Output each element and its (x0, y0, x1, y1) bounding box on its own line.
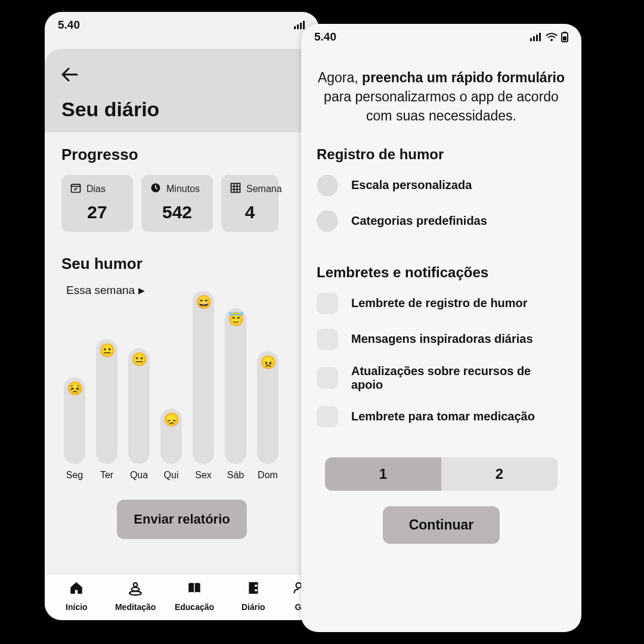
range-selector[interactable]: Essa semana ▶ (66, 284, 302, 297)
stat-card-minutes[interactable]: Minutos 542 (141, 175, 213, 232)
status-bar: 5.40 (45, 12, 319, 38)
nav-meditation[interactable]: Meditação (111, 580, 160, 612)
calendar-icon (70, 182, 82, 196)
diary-header: Seu diário (45, 49, 319, 132)
onboarding-content: Agora, preencha um rápido formulário par… (301, 50, 581, 632)
chart-bar[interactable]: 😄Sex (191, 291, 215, 481)
stat-card-weeks[interactable]: Semana 4 (221, 175, 278, 232)
signal-icon (294, 21, 306, 29)
progress-cards: Dias 27 Minutos 542 Semana (61, 175, 302, 232)
svg-rect-20 (564, 32, 566, 33)
checkbox-icon (317, 329, 338, 350)
nav-label: Meditação (115, 602, 156, 612)
mood-face-icon: 😐 (99, 343, 115, 358)
stat-value: 542 (150, 202, 205, 222)
chart-bar[interactable]: 😐Ter (95, 339, 119, 481)
status-time: 5.40 (58, 18, 80, 32)
check-medication-reminder[interactable]: Lembrete para tomar medicação (317, 406, 566, 428)
grid-icon (230, 182, 242, 196)
mood-face-icon: 😞 (163, 412, 179, 428)
pager-step-1[interactable]: 1 (325, 457, 441, 491)
chart-x-label: Sex (195, 470, 212, 481)
meditation-icon (111, 580, 160, 600)
bottom-nav: Início Meditação Educação Diário Gr (45, 574, 319, 620)
chevron-right-icon: ▶ (138, 286, 145, 295)
nav-home[interactable]: Início (52, 580, 101, 612)
status-icons (294, 21, 306, 29)
svg-point-9 (134, 583, 138, 587)
checkbox-icon (317, 293, 338, 314)
radio-icon (317, 210, 338, 232)
option-label: Lembrete de registro de humor (351, 296, 528, 310)
stat-card-days[interactable]: Dias 27 (61, 175, 133, 232)
option-label: Categorias predefinidas (351, 214, 487, 228)
option-label: Mensagens inspiradoras diárias (351, 332, 533, 346)
radio-custom-scale[interactable]: Escala personalizada (317, 175, 566, 196)
continue-button[interactable]: Continuar (383, 506, 500, 544)
nav-diary[interactable]: Diário (229, 580, 278, 612)
chart-bar[interactable]: 😣Seg (63, 377, 86, 481)
chart-x-label: Ter (100, 470, 113, 481)
svg-rect-14 (530, 38, 532, 41)
chart-bar[interactable]: 😇Sáb (224, 308, 247, 481)
svg-rect-4 (72, 184, 80, 192)
stat-label: Minutos (166, 184, 200, 194)
svg-point-13 (296, 583, 301, 588)
send-report-button[interactable]: Enviar relatório (117, 500, 246, 539)
nav-label: Diário (242, 602, 265, 612)
check-daily-inspiration[interactable]: Mensagens inspiradoras diárias (317, 329, 566, 350)
pager-step-2[interactable]: 2 (441, 457, 558, 491)
chart-bar[interactable]: 😠Dom (256, 351, 280, 481)
check-mood-reminder[interactable]: Lembrete de registro de humor (317, 293, 566, 314)
checkbox-icon (317, 406, 338, 428)
svg-rect-1 (297, 24, 299, 29)
page-title: Seu diário (61, 98, 302, 121)
option-label: Atualizações sobre recursos de apoio (351, 364, 566, 392)
home-icon (52, 580, 101, 600)
diary-screen: 5.40 Seu diário Progresso Dias 27 (45, 12, 319, 620)
radio-icon (317, 175, 338, 196)
range-label: Essa semana (66, 284, 135, 297)
chart-x-label: Qui (164, 470, 179, 481)
checkbox-icon (317, 367, 338, 389)
svg-rect-12 (255, 589, 257, 591)
stat-label: Semana (246, 184, 282, 194)
mood-registration-title: Registro de humor (317, 146, 566, 163)
clock-icon (150, 182, 162, 196)
radio-predefined-categories[interactable]: Categorias predefinidas (317, 210, 566, 232)
svg-rect-16 (536, 35, 538, 41)
svg-rect-11 (255, 585, 257, 587)
mood-face-icon: 😠 (260, 355, 276, 370)
chart-x-label: Seg (66, 470, 83, 481)
option-label: Escala personalizada (351, 178, 472, 192)
diary-icon (229, 580, 278, 600)
stat-value: 27 (70, 202, 125, 222)
check-support-updates[interactable]: Atualizações sobre recursos de apoio (317, 364, 566, 392)
status-time: 5.40 (314, 30, 336, 44)
mood-chart: 😣Seg😐Ter😐Qua😞Qui😄Sex😇Sáb😠Dom (61, 302, 302, 481)
option-label: Lembrete para tomar medicação (351, 410, 535, 423)
progress-title: Progresso (61, 145, 302, 164)
reminders-title: Lembretes e notificações (317, 264, 566, 281)
mood-face-icon: 😇 (228, 312, 244, 327)
signal-icon (530, 33, 542, 41)
intro-text: Agora, preencha um rápido formulário par… (317, 68, 566, 126)
chart-bar[interactable]: 😞Qui (159, 408, 183, 481)
svg-rect-3 (303, 21, 305, 29)
nav-education[interactable]: Educação (170, 580, 219, 612)
mood-face-icon: 😣 (67, 381, 83, 397)
chart-bar[interactable]: 😐Qua (127, 348, 151, 481)
nav-label: Início (66, 602, 88, 612)
book-icon (170, 580, 219, 600)
stat-value: 4 (230, 202, 270, 222)
mood-title: Seu humor (61, 255, 302, 273)
back-icon[interactable] (61, 66, 302, 86)
diary-content: Progresso Dias 27 Minutos 542 (45, 132, 319, 574)
status-bar: 5.40 (301, 24, 581, 50)
mood-face-icon: 😄 (196, 295, 212, 310)
nav-label: Educação (175, 602, 214, 612)
svg-rect-21 (563, 36, 566, 41)
svg-rect-2 (300, 23, 302, 29)
stat-label: Dias (86, 184, 106, 194)
step-pager: 1 2 (325, 457, 558, 491)
